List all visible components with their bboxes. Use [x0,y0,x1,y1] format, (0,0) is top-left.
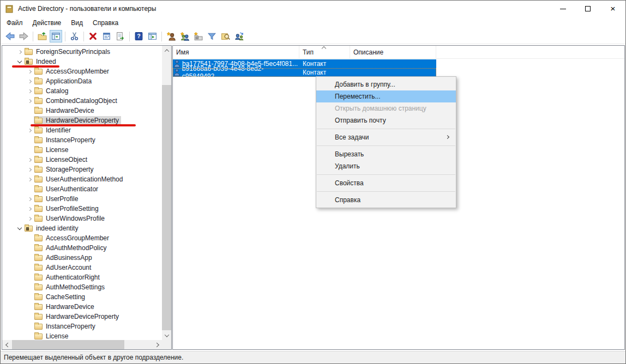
tree-item[interactable]: AdBusinessApp [2,253,162,263]
collapse-chevron-icon[interactable] [15,61,24,63]
row-selection[interactable]: b91668a6-b039-4e48-8ed2-c95849492...Конт… [173,68,436,77]
tree-horizontal-scrollbar[interactable] [2,340,162,349]
expand-chevron-icon[interactable] [25,208,34,210]
expand-chevron-icon[interactable] [25,168,34,171]
tree-item[interactable]: ApplicationData [2,76,162,86]
forward-button[interactable] [17,30,30,43]
tree-item[interactable]: UserProfile [2,194,162,204]
tree-item[interactable]: InstanceProperty [2,321,162,331]
tree-item[interactable]: AccessGroupMember [2,233,162,243]
tree-item[interactable]: CacheSetting [2,292,162,302]
expand-chevron-icon[interactable] [25,217,34,220]
new-window-button[interactable] [146,30,159,43]
tree-item[interactable]: AdAuthMethodPolicy [2,243,162,253]
tree-item-body[interactable]: InstanceProperty [34,322,98,331]
expand-chevron-icon[interactable] [25,100,34,102]
tree-item-body[interactable]: CacheSetting [34,293,87,301]
new-group-button[interactable] [178,30,191,43]
tree-item-body[interactable]: HardwareDeviceProperty [34,312,121,321]
find-button[interactable] [219,30,232,43]
tree-item-body[interactable]: License [34,145,70,154]
tree-item-body[interactable]: ForeignSecurityPrincipals [24,47,112,56]
tree-item-body[interactable]: AccessGroupMember [34,67,111,76]
tree-item-body[interactable]: indeed identity [24,224,80,233]
tree-item[interactable]: HardwareDevice [2,106,162,116]
tree-item-body[interactable]: HardwareDevice [34,106,97,115]
delete-button[interactable] [87,30,99,43]
properties-button[interactable] [100,30,113,43]
tree-item[interactable]: StorageProperty [2,165,162,174]
tree-item-body[interactable]: LicenseObject [34,155,89,164]
tree-item-body[interactable]: UserProfile [34,195,80,203]
tree-item[interactable]: CombinedCatalogObject [2,96,162,106]
tree-item-body[interactable]: AccessGroupMember [34,234,111,242]
maximize-button[interactable] [575,1,600,17]
tree-item[interactable]: AccessGroupMember [2,66,162,76]
scroll-down-button[interactable] [162,331,171,340]
filter-button[interactable] [206,30,218,43]
tree-item[interactable]: HardwareDeviceProperty [2,312,162,321]
tree-item-body[interactable]: HardwareDeviceProperty [34,116,121,125]
new-org-unit-button[interactable] [192,30,204,43]
tree-item-body[interactable]: ApplicationData [34,77,94,86]
context-menu-item[interactable]: Отправить почту [316,114,456,126]
tree-item-body[interactable]: UserProfileSetting [34,204,101,213]
help-button[interactable]: ? [133,30,145,43]
scroll-left-button[interactable] [2,340,11,349]
list-row[interactable]: b91668a6-b039-4e48-8ed2-c95849492...Конт… [173,68,624,77]
tree-item-body[interactable]: AuthMethodSettings [34,283,107,292]
tree-item-body[interactable]: CombinedCatalogObject [34,96,119,105]
tree-item-body[interactable]: UserAuthenticator [34,185,100,193]
tree-item-body[interactable]: License [34,332,70,340]
tree-item-body[interactable]: Indeed [24,57,58,66]
column-header[interactable]: Описание [350,46,436,58]
tree-item[interactable]: LicenseObject [2,155,162,165]
close-button[interactable]: × [600,1,625,17]
tree-item-body[interactable]: Identifier [34,126,73,135]
tree-item[interactable]: UserWindowsProfile [2,214,162,223]
menu-1[interactable]: Файл [2,17,28,28]
context-menu-item[interactable]: Вырезать [316,148,456,160]
vertical-scroll-thumb[interactable] [162,85,171,330]
context-menu-item[interactable]: Удалить [316,160,456,172]
tree-item[interactable]: UserProfileSetting [2,204,162,214]
tree-item-body[interactable]: AuthenticatorRight [34,273,102,282]
tree-item-body[interactable]: InstanceProperty [34,136,98,144]
menu-2[interactable]: Действие [28,17,67,28]
context-menu-item[interactable]: Добавить в группу... [316,78,456,90]
scroll-right-button[interactable] [153,340,162,349]
tree-item-body[interactable]: AdAuthMethodPolicy [34,244,109,252]
tree-item[interactable]: UserAuthenticator [2,184,162,194]
tree-item[interactable]: UserAuthenticationMethod [2,174,162,184]
context-menu-item[interactable]: Все задачи [316,131,456,143]
expand-chevron-icon[interactable] [25,178,34,181]
back-button[interactable] [4,30,16,43]
tree-item-body[interactable]: AdBusinessApp [34,253,94,262]
tree-item[interactable]: AuthenticatorRight [2,272,162,282]
export-list-button[interactable] [114,30,127,43]
tree-item[interactable]: License [2,331,162,340]
expand-chevron-icon[interactable] [25,80,34,83]
change-domain-button[interactable] [233,30,245,43]
tree-item[interactable]: ForeignSecurityPrincipals [2,47,162,57]
new-user-button[interactable] [165,30,177,43]
tree-vertical-scrollbar[interactable] [162,46,171,340]
context-menu-item[interactable]: Свойства [316,177,456,189]
tree-item-body[interactable]: UserAuthenticationMethod [34,175,125,184]
collapse-chevron-icon[interactable] [15,228,24,229]
tree-item[interactable]: InstanceProperty [2,135,162,145]
column-header[interactable]: Тип [299,46,350,58]
expand-chevron-icon[interactable] [25,70,34,73]
tree-item[interactable]: Identifier [2,125,162,135]
horizontal-scroll-thumb[interactable] [12,340,124,349]
expand-chevron-icon[interactable] [25,90,34,93]
expand-chevron-icon[interactable] [15,51,24,53]
context-menu-item[interactable]: Справка [316,194,456,206]
expand-chevron-icon[interactable] [25,129,34,132]
menu-4[interactable]: Справка [88,17,123,28]
tree-item-body[interactable]: StorageProperty [34,165,95,174]
expand-chevron-icon[interactable] [25,198,34,201]
show-console-tree-button[interactable] [50,30,62,43]
tree-item-body[interactable]: AdUserAccount [34,263,93,272]
minimize-button[interactable] [550,1,575,17]
